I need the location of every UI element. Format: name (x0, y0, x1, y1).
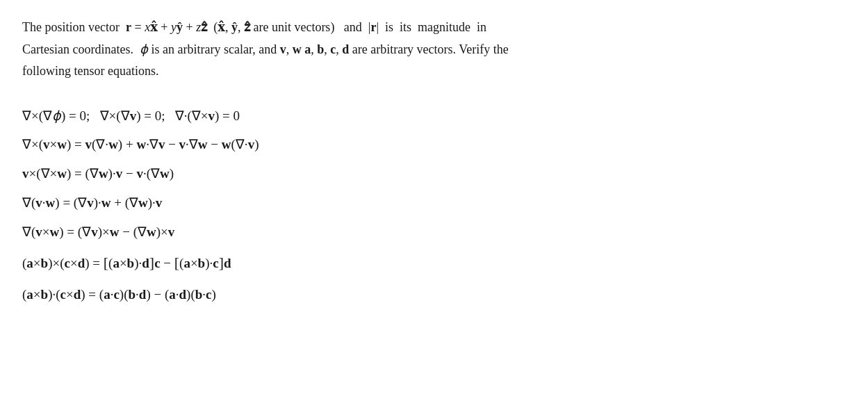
intro-line1: The position vector r = xx̂ + yŷ + zẑ (x… (22, 20, 486, 34)
intro-paragraph: The position vector r = xx̂ + yŷ + zẑ (x… (22, 17, 846, 83)
intro-line2: Cartesian coordinates. ϕ is an arbitrary… (22, 42, 509, 56)
intro-line3: following tensor equations. (22, 64, 158, 78)
equation-5: ∇(v×w) = (∇v)×w − (∇w)×v (22, 218, 846, 246)
equation-1: ∇×(∇ϕ) = 0; ∇×(∇v) = 0; ∇·(∇×v) = 0 (22, 102, 846, 130)
r-vector: r (126, 20, 131, 34)
equation-7: (a×b)·(c×d) = (a·c)(b·d) − (a·d)(b·c) (22, 281, 846, 309)
equation-6: (a×b)×(c×d) = [(a×b)·d]c − [(a×b)·c]d (22, 247, 846, 279)
phi-symbol: ϕ (140, 42, 148, 56)
page-content: The position vector r = xx̂ + yŷ + zẑ (x… (22, 17, 846, 309)
equation-4: ∇(v·w) = (∇v)·w + (∇w)·v (22, 189, 846, 217)
equation-3: v×(∇×w) = (∇w)·v − v·(∇w) (22, 160, 846, 188)
equations-block: ∇×(∇ϕ) = 0; ∇×(∇v) = 0; ∇·(∇×v) = 0 ∇×(v… (22, 102, 846, 309)
equation-2: ∇×(v×w) = v(∇·w) + w·∇v − v·∇w − w(∇·v) (22, 131, 846, 158)
